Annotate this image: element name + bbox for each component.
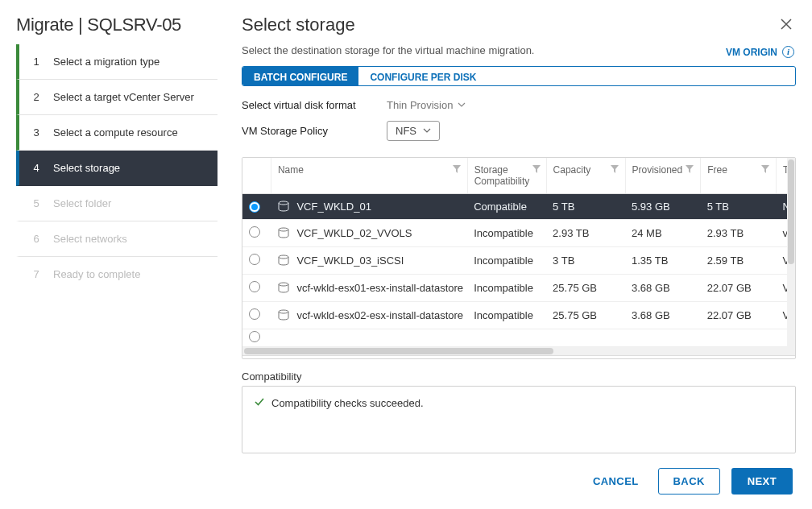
datastore-icon	[277, 282, 290, 293]
row-radio[interactable]	[249, 201, 260, 213]
table-row[interactable]: VCF_WKLD_01 Compatible 5 TB 5.93 GB 5 TB…	[242, 193, 795, 219]
datastore-name: VCF_WKLD_01	[296, 201, 371, 213]
cancel-button[interactable]: CANCEL	[585, 469, 647, 494]
vm-origin-link[interactable]: VM ORIGIN i	[726, 46, 794, 58]
step-label: Ready to complete	[53, 268, 140, 280]
step-number: 3	[31, 126, 42, 139]
table-row[interactable]: vcf-wkld-esx01-esx-install-datastore Inc…	[242, 274, 795, 301]
datastore-table: Name Storage Compatibility Capacity Prov…	[242, 157, 796, 359]
step-select-folder: 5 Select folder	[16, 186, 218, 221]
row-radio[interactable]	[249, 308, 260, 320]
datastore-icon	[277, 227, 290, 238]
cell-compat: Incompatible	[467, 301, 546, 329]
filter-icon	[686, 164, 694, 176]
datastore-icon	[277, 309, 290, 321]
storage-policy-value: NFS	[396, 125, 416, 137]
column-name[interactable]: Name	[271, 158, 467, 194]
step-label: Select a compute resource	[53, 126, 178, 139]
step-label: Select networks	[53, 233, 127, 245]
datastore-name: VCF_WKLD_03_iSCSI	[296, 254, 404, 267]
datastore-name: vcf-wkld-esx02-esx-install-datastore	[296, 309, 463, 321]
step-label: Select a migration type	[53, 56, 160, 68]
datastore-icon	[277, 254, 290, 266]
cell-free: 2.59 TB	[701, 246, 777, 274]
page-subtitle: Select the destination storage for the v…	[242, 44, 796, 56]
row-radio[interactable]	[249, 281, 260, 292]
cell-capacity: 25.75 GB	[546, 301, 625, 329]
step-number: 1	[31, 56, 42, 68]
step-label: Select storage	[53, 162, 120, 174]
row-radio[interactable]	[249, 226, 260, 238]
back-button[interactable]: BACK	[658, 468, 720, 495]
column-provisioned[interactable]: Provisioned	[625, 158, 701, 194]
svg-point-4	[279, 310, 288, 313]
column-compat[interactable]: Storage Compatibility	[467, 158, 546, 194]
close-icon	[780, 21, 793, 33]
cell-compat: Incompatible	[467, 246, 546, 274]
cell-provisioned: 1.35 TB	[625, 246, 701, 274]
row-radio[interactable]	[249, 254, 260, 265]
compatibility-message: Compatibility checks succeeded.	[271, 397, 424, 409]
tab-configure-per-disk[interactable]: CONFIGURE PER DISK	[358, 67, 487, 85]
cell-provisioned: 3.68 GB	[625, 274, 701, 301]
cell-free: 2.93 TB	[701, 219, 777, 246]
step-ready-complete: 7 Ready to complete	[16, 257, 218, 292]
table-row[interactable]: VCF_WKLD_02_VVOLS Incompatible 2.93 TB 2…	[242, 219, 795, 246]
wizard-steps: 1 Select a migration type 2 Select a tar…	[0, 44, 226, 509]
step-number: 4	[31, 162, 42, 174]
cell-compat: Incompatible	[467, 274, 546, 301]
disk-format-label: Select virtual disk format	[242, 99, 387, 111]
filter-icon	[761, 164, 769, 176]
filter-icon	[453, 164, 461, 176]
storage-policy-label: VM Storage Policy	[242, 125, 387, 137]
page-title: Select storage	[242, 14, 777, 35]
chevron-down-icon	[423, 125, 431, 137]
cell-capacity: 25.75 GB	[546, 274, 625, 301]
step-number: 5	[31, 197, 42, 209]
datastore-name: vcf-wkld-esx01-esx-install-datastore	[296, 282, 463, 294]
info-icon: i	[782, 46, 794, 58]
step-select-networks: 6 Select networks	[16, 221, 218, 257]
cell-capacity: 3 TB	[546, 246, 625, 274]
wizard-title: Migrate | SQLSRV-05	[16, 14, 242, 35]
step-number: 6	[31, 233, 42, 245]
cell-capacity: 2.93 TB	[546, 219, 625, 246]
vm-origin-label: VM ORIGIN	[726, 47, 777, 58]
cell-free: 5 TB	[701, 193, 777, 219]
cell-provisioned: 3.68 GB	[625, 301, 701, 329]
svg-point-0	[279, 201, 288, 205]
config-mode-tabs: BATCH CONFIGURE CONFIGURE PER DISK	[242, 66, 796, 86]
step-compute-resource[interactable]: 3 Select a compute resource	[16, 115, 218, 151]
column-capacity[interactable]: Capacity	[546, 158, 625, 194]
step-label: Select a target vCenter Server	[53, 91, 194, 103]
disk-format-select[interactable]: Thin Provision	[387, 99, 466, 111]
step-number: 2	[31, 91, 42, 103]
table-row[interactable]: VCF_WKLD_03_iSCSI Incompatible 3 TB 1.35…	[242, 246, 795, 274]
filter-icon	[532, 164, 541, 176]
close-button[interactable]	[777, 14, 796, 36]
step-number: 7	[31, 268, 42, 280]
step-target-vcenter[interactable]: 2 Select a target vCenter Server	[16, 80, 218, 115]
datastore-name: VCF_WKLD_02_VVOLS	[296, 227, 412, 239]
svg-point-1	[279, 228, 288, 231]
table-row[interactable]: vcf-wkld-esx02-esx-install-datastore Inc…	[242, 301, 795, 329]
compatibility-panel: Compatibility checks succeeded.	[242, 386, 796, 453]
cell-provisioned: 5.93 GB	[625, 193, 701, 219]
row-radio[interactable]	[249, 331, 260, 342]
storage-policy-select[interactable]: NFS	[387, 121, 440, 141]
horizontal-scrollbar[interactable]	[242, 347, 795, 355]
cell-free: 22.07 GB	[701, 301, 777, 329]
table-row[interactable]	[242, 329, 795, 346]
step-select-storage[interactable]: 4 Select storage	[16, 151, 218, 186]
next-button[interactable]: NEXT	[731, 468, 793, 495]
cell-free: 22.07 GB	[701, 274, 777, 301]
chevron-down-icon	[458, 99, 466, 111]
tab-batch-configure[interactable]: BATCH CONFIGURE	[242, 67, 358, 85]
step-migration-type[interactable]: 1 Select a migration type	[16, 44, 218, 80]
cell-provisioned: 24 MB	[625, 219, 701, 246]
vertical-scrollbar[interactable]	[787, 158, 795, 347]
cell-compat: Incompatible	[467, 219, 546, 246]
step-label: Select folder	[53, 197, 111, 209]
compatibility-label: Compatibility	[242, 370, 796, 383]
column-free[interactable]: Free	[701, 158, 777, 194]
